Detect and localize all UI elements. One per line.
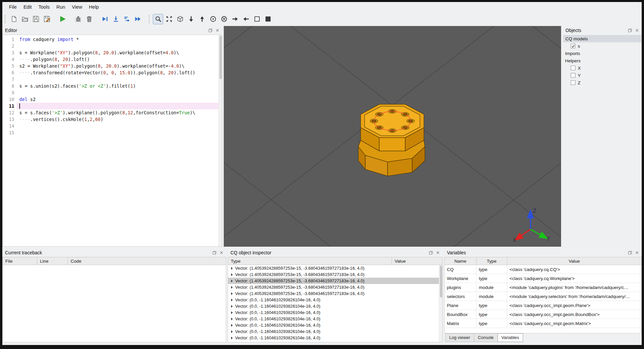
variables-close-button[interactable] [634, 250, 640, 256]
bottom-area: Current traceback FileLineCode CQ object… [2, 248, 642, 342]
traceback-float-button[interactable] [211, 250, 217, 256]
editor-close-button[interactable] [214, 27, 220, 33]
inspector-scrollbar[interactable] [439, 265, 442, 342]
traceback-col-code: Code [68, 257, 226, 265]
code-editor[interactable]: 123456789101112131415 from cadquery impo… [2, 35, 222, 247]
inspector-row[interactable]: Vector: (0.0, -1.1604610293826104e-16, 4… [228, 322, 442, 328]
shaded-button[interactable] [263, 14, 273, 24]
inspector-row[interactable]: Vector: (0.0, -1.1604610293826104e-16, 4… [228, 316, 442, 322]
objects-group-imports[interactable]: Imports [563, 50, 642, 57]
variable-row[interactable]: Planetype<class 'cadquery.occ_impl.geom.… [445, 301, 641, 310]
checkbox-y[interactable] [571, 73, 575, 78]
tab-log-viewer[interactable]: Log viewer [445, 333, 474, 342]
menu-item-edit[interactable]: Edit [20, 3, 35, 11]
toolbar-grip[interactable] [5, 15, 7, 23]
variable-row[interactable]: Matrixtype<class 'cadquery.occ_impl.geom… [445, 319, 641, 328]
menu-bar: FileEditToolsRunViewHelp [2, 2, 642, 12]
continue-button[interactable] [133, 14, 143, 24]
scrollbar-handle[interactable] [440, 266, 442, 297]
line-number: 6 [3, 69, 14, 76]
back-view-button[interactable] [219, 14, 229, 24]
objects-tree: CQ modelssImportsHelpersXYZ [563, 35, 642, 247]
expander-icon[interactable] [231, 330, 233, 333]
variable-row[interactable]: BoundBoxtype<class 'cadquery.occ_impl.ge… [445, 310, 641, 319]
front-view-button[interactable] [208, 14, 218, 24]
variables-float-button[interactable] [627, 250, 633, 256]
editor-code[interactable]: from cadquery import *s = Workplane("XY"… [17, 35, 222, 246]
menu-item-help[interactable]: Help [86, 3, 102, 11]
traceback-close-button[interactable] [218, 250, 224, 256]
menu-item-view[interactable]: View [69, 3, 86, 11]
expander-icon[interactable] [231, 280, 233, 282]
step-button[interactable] [100, 14, 110, 24]
save-as-button[interactable] [42, 14, 52, 24]
menu-item-run[interactable]: Run [53, 3, 69, 11]
top-view-button[interactable] [186, 14, 196, 24]
debug-button[interactable] [73, 14, 83, 24]
checkbox-s[interactable] [571, 44, 575, 48]
inspect-button[interactable] [153, 14, 163, 24]
menu-item-file[interactable]: File [6, 3, 20, 11]
tab-variables[interactable]: Variables [497, 333, 523, 342]
step-into-button[interactable] [111, 14, 121, 24]
objects-group-cq-models[interactable]: CQ models [563, 35, 641, 42]
scrollbar-handle[interactable] [219, 36, 222, 79]
expander-icon[interactable] [231, 267, 233, 270]
step-return-button[interactable] [122, 14, 132, 24]
inspector-row[interactable]: Vector: (0.0, -1.1604610293826104e-16, 4… [228, 309, 442, 316]
expander-icon[interactable] [231, 286, 233, 289]
render-button[interactable] [57, 14, 68, 24]
bottom-view-button[interactable] [197, 14, 207, 24]
inspector-row[interactable]: Vector: (0.0, -1.1604610293826104e-16, 4… [228, 328, 442, 335]
expander-icon[interactable] [231, 318, 233, 320]
viewport-3d[interactable]: Z X Y [224, 26, 561, 247]
inspector-row[interactable]: Vector: (0.0, -1.1604610293826104e-16, 4… [228, 303, 442, 309]
objects-item-y[interactable]: Y [563, 72, 642, 79]
inspector-row[interactable]: Vector: (0.0, -1.1604610293826104e-16, 4… [228, 297, 442, 303]
objects-item-s[interactable]: s [563, 42, 642, 50]
expander-icon[interactable] [231, 305, 233, 308]
menu-item-tools[interactable]: Tools [35, 3, 53, 11]
expander-icon[interactable] [231, 337, 233, 339]
inspector-close-button[interactable] [435, 250, 441, 256]
delete-button[interactable] [84, 14, 94, 24]
objects-item-x[interactable]: X [563, 64, 642, 72]
inspector-row[interactable]: Vector: (0.0, -1.1604610293826104e-16, 4… [228, 335, 442, 341]
wireframe-button[interactable] [252, 14, 262, 24]
expander-icon[interactable] [231, 311, 233, 314]
checkbox-x[interactable] [571, 66, 575, 70]
checkbox-z[interactable] [571, 80, 575, 85]
iso-view-button[interactable] [175, 14, 185, 24]
variable-row[interactable]: CQtype<class 'cadquery.cq.CQ'> [445, 265, 641, 274]
toolbar-grip[interactable] [149, 15, 151, 23]
variable-row[interactable]: pluginsmodule<module 'cadquery.plugins' … [445, 283, 641, 292]
fit-all-button[interactable] [164, 14, 174, 24]
editor-scrollbar[interactable] [218, 35, 222, 246]
traceback-header: FileLineCode [2, 257, 226, 265]
cad-model[interactable] [358, 104, 425, 176]
inspector-row[interactable]: Vector: (0.0, -1.1604610293826104e-16, 4… [228, 341, 442, 342]
inspector-row[interactable]: Vector: (1.4053924288597253e-15, -3.6804… [228, 271, 442, 278]
inspector-float-button[interactable] [428, 250, 434, 256]
right-view-button[interactable] [241, 14, 251, 24]
expander-icon[interactable] [231, 324, 233, 327]
objects-float-button[interactable] [627, 27, 633, 33]
open-button[interactable] [20, 14, 30, 24]
expander-icon[interactable] [231, 299, 233, 301]
inspector-row[interactable]: Vector: (1.4053924288597253e-15, -3.6804… [228, 278, 442, 284]
new-button[interactable] [9, 14, 19, 24]
inspector-row[interactable]: Vector: (1.4053924288597253e-15, -3.6804… [228, 284, 442, 290]
editor-float-button[interactable] [207, 27, 213, 33]
variable-row[interactable]: Workplanetype<class 'cadquery.cq.Workpla… [445, 274, 641, 283]
expander-icon[interactable] [231, 273, 233, 276]
objects-close-button[interactable] [634, 27, 640, 33]
expander-icon[interactable] [231, 292, 233, 295]
objects-item-z[interactable]: Z [563, 79, 642, 86]
objects-group-helpers[interactable]: Helpers [563, 57, 642, 64]
variable-row[interactable]: selectorsmodule<module 'cadquery.selecto… [445, 292, 641, 301]
tab-console[interactable]: Console [474, 333, 498, 342]
inspector-row[interactable]: Vector: (1.4053924288597253e-15, -3.6804… [228, 290, 442, 297]
inspector-row[interactable]: Vector: (1.4053924288597253e-15, -3.6804… [228, 265, 442, 271]
left-view-button[interactable] [230, 14, 240, 24]
save-button[interactable] [31, 14, 41, 24]
